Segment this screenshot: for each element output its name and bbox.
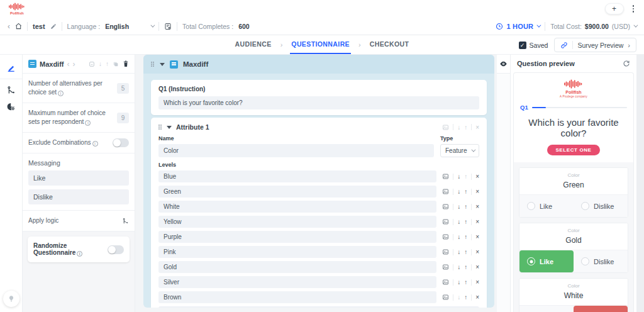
move-up-icon[interactable]: ↑ <box>464 124 467 131</box>
tab-questionnaire[interactable]: QUESTIONNAIRE <box>290 35 351 54</box>
level-input[interactable]: Brown <box>158 291 436 303</box>
image-icon[interactable] <box>442 173 449 180</box>
saved-checkbox[interactable]: ✓ <box>519 42 526 49</box>
move-down-icon[interactable]: ↓ <box>457 294 460 301</box>
move-up-icon[interactable]: ↑ <box>464 233 467 240</box>
logic-branch-icon[interactable] <box>0 82 22 98</box>
move-down-icon[interactable]: ↓ <box>457 203 460 210</box>
move-down-icon[interactable]: ↓ <box>457 248 460 255</box>
edit-questionnaire-icon[interactable] <box>0 60 22 76</box>
move-up-icon[interactable]: ↑ <box>464 279 467 286</box>
remove-level-icon[interactable]: × <box>475 264 479 270</box>
move-up-icon[interactable]: ↑ <box>464 173 467 180</box>
level-input[interactable]: White <box>158 201 436 213</box>
image-icon[interactable] <box>442 124 449 131</box>
level-input[interactable]: Green <box>158 186 436 198</box>
like-message-input[interactable]: Like <box>28 170 129 186</box>
move-question-down-icon[interactable]: ↓ <box>99 60 102 67</box>
tab-checkout[interactable]: CHECKOUT <box>369 35 411 54</box>
total-cost-dropdown[interactable]: Total Cost: $900.00 (USD) <box>550 23 636 30</box>
reset-question-icon[interactable] <box>89 61 95 67</box>
remove-attribute-icon[interactable]: × <box>475 124 479 131</box>
survey-preview-button[interactable]: Survey Preview › <box>554 38 636 52</box>
max-sets-input[interactable]: 9 <box>117 113 129 123</box>
image-icon[interactable] <box>442 248 449 255</box>
add-button[interactable]: + <box>605 3 624 14</box>
image-icon[interactable] <box>442 294 449 301</box>
attribute-name-input[interactable]: Color <box>158 144 434 157</box>
collapse-icon[interactable] <box>167 126 172 129</box>
refresh-icon[interactable] <box>623 60 630 67</box>
form-settings-icon[interactable] <box>164 23 172 30</box>
level-input[interactable]: Blue <box>158 170 436 182</box>
move-up-icon[interactable]: ↑ <box>464 188 467 195</box>
remove-level-icon[interactable]: × <box>475 173 479 180</box>
next-question-icon[interactable]: › <box>73 60 75 68</box>
move-down-icon[interactable]: ↓ <box>457 279 460 286</box>
remove-level-icon[interactable]: × <box>475 233 479 240</box>
tab-audience[interactable]: AUDIENCE <box>234 35 273 54</box>
back-icon[interactable]: ‹ <box>8 23 10 30</box>
remove-level-icon[interactable]: × <box>475 248 479 255</box>
move-down-icon[interactable]: ↓ <box>457 264 460 270</box>
like-choice-selected[interactable]: Like <box>519 250 574 272</box>
add-level-input[interactable]: Type a level <box>158 306 479 308</box>
image-icon[interactable] <box>442 264 449 270</box>
remove-level-icon[interactable]: × <box>475 294 479 301</box>
apply-logic-row[interactable]: Apply logic <box>23 211 135 231</box>
duration-dropdown[interactable]: 1 HOUR <box>496 23 540 30</box>
move-down-icon[interactable]: ↓ <box>457 188 460 195</box>
like-choice[interactable]: Like <box>519 306 574 312</box>
image-icon[interactable] <box>442 233 449 240</box>
delete-question-icon[interactable] <box>123 60 129 67</box>
like-choice[interactable]: Like <box>519 195 574 217</box>
dislike-choice-selected[interactable]: Dislike <box>574 306 628 312</box>
messaging-label: Messaging <box>28 159 129 167</box>
move-question-up-icon[interactable]: ↑ <box>106 60 109 67</box>
move-up-icon[interactable]: ↑ <box>464 248 467 255</box>
help-lightbulb-button[interactable] <box>3 291 19 307</box>
level-input[interactable]: Pink <box>158 246 436 258</box>
toggle-preview-button[interactable] <box>497 55 510 74</box>
level-input[interactable]: Purple <box>158 231 436 243</box>
home-icon[interactable] <box>15 23 22 30</box>
dislike-choice[interactable]: Dislike <box>574 195 628 217</box>
move-up-icon[interactable]: ↑ <box>464 203 467 210</box>
drag-handle-icon[interactable] <box>151 62 155 67</box>
collapse-icon[interactable] <box>160 63 165 66</box>
move-down-icon[interactable]: ↓ <box>457 124 460 131</box>
image-icon[interactable] <box>442 279 449 286</box>
exclude-combinations-toggle[interactable] <box>113 138 129 147</box>
image-icon[interactable] <box>442 218 449 225</box>
type-select[interactable]: Feature <box>440 144 479 157</box>
level-input[interactable]: Yellow <box>158 216 436 228</box>
prev-question-icon[interactable]: ‹ <box>67 60 70 68</box>
move-up-icon[interactable]: ↑ <box>464 218 467 225</box>
chevron-down-icon[interactable] <box>150 23 155 28</box>
move-up-icon[interactable]: ↑ <box>464 264 467 270</box>
move-down-icon[interactable]: ↓ <box>457 173 460 180</box>
level-input[interactable]: Gold <box>158 261 436 273</box>
kebab-menu-icon[interactable] <box>631 4 636 14</box>
level-input[interactable]: Silver <box>158 276 436 288</box>
move-up-icon[interactable]: ↑ <box>464 294 467 301</box>
image-icon[interactable] <box>442 203 449 210</box>
instruction-input[interactable]: Which is your favorite color? <box>158 96 479 109</box>
edit-pencil-icon[interactable] <box>50 23 57 30</box>
drag-handle-icon[interactable] <box>158 125 162 130</box>
dislike-choice[interactable]: Dislike <box>574 250 628 272</box>
move-down-icon[interactable]: ↓ <box>457 218 460 225</box>
divider <box>453 124 453 130</box>
randomize-toggle[interactable] <box>108 245 124 254</box>
language-value[interactable]: English <box>105 23 129 30</box>
remove-level-icon[interactable]: × <box>475 279 479 286</box>
remove-level-icon[interactable]: × <box>475 218 479 225</box>
dislike-message-input[interactable]: Dislike <box>28 189 129 204</box>
duplicate-question-icon[interactable] <box>113 61 119 67</box>
remove-level-icon[interactable]: × <box>475 188 479 195</box>
segmentation-settings-icon[interactable] <box>0 98 22 114</box>
move-down-icon[interactable]: ↓ <box>457 233 460 240</box>
remove-level-icon[interactable]: × <box>475 203 479 210</box>
alternatives-input[interactable]: 5 <box>117 83 129 94</box>
image-icon[interactable] <box>442 188 449 195</box>
